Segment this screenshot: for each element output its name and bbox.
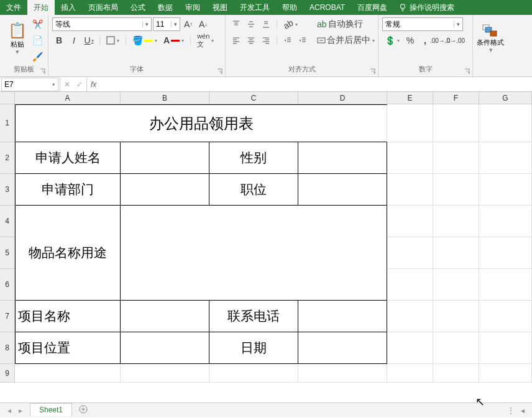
increase-indent-button[interactable] xyxy=(296,34,310,47)
cell-d9[interactable] xyxy=(298,364,387,383)
cell-b7[interactable] xyxy=(121,301,209,332)
align-left-button[interactable] xyxy=(229,34,243,47)
cell-b8[interactable] xyxy=(121,332,209,364)
cell-e3[interactable] xyxy=(387,174,433,206)
cell-a8[interactable]: 项目位置 xyxy=(15,332,121,364)
row-header-4[interactable]: 4 xyxy=(0,206,14,237)
font-size-combo[interactable]: 11 ▾ xyxy=(153,17,180,31)
sheet-nav-prev[interactable]: ◂ xyxy=(7,406,11,415)
align-center-button[interactable] xyxy=(244,34,258,47)
tab-view[interactable]: 视图 xyxy=(206,0,234,15)
sheet-nav-next[interactable]: ▸ xyxy=(19,406,22,415)
cell-e4[interactable] xyxy=(387,206,433,237)
cell-e1[interactable] xyxy=(387,104,433,142)
tab-home[interactable]: 开始 xyxy=(27,0,55,15)
cell-f3[interactable] xyxy=(433,174,479,206)
dialog-launcher-icon[interactable] xyxy=(216,68,224,75)
cell-f4[interactable] xyxy=(433,206,479,237)
conditional-formatting-button[interactable]: 条件格式 ▾ xyxy=(474,16,507,61)
align-bottom-button[interactable] xyxy=(259,17,273,31)
cell-d2[interactable] xyxy=(298,142,387,174)
cut-button[interactable]: ✂️ xyxy=(30,17,44,31)
tab-help[interactable]: 帮助 xyxy=(276,0,303,15)
cell-b9[interactable] xyxy=(121,364,209,383)
cell-a9[interactable] xyxy=(15,364,121,383)
col-header-f[interactable]: F xyxy=(433,92,479,104)
cell-e9[interactable] xyxy=(387,364,433,383)
align-right-button[interactable] xyxy=(259,34,273,47)
cell-c3[interactable]: 职位 xyxy=(209,174,298,206)
cell-f2[interactable] xyxy=(433,142,479,174)
decrease-indent-button[interactable] xyxy=(281,34,295,47)
cell-a7[interactable]: 项目名称 xyxy=(15,301,121,332)
tab-file[interactable]: 文件 xyxy=(0,0,27,15)
col-header-g[interactable]: G xyxy=(479,92,532,104)
dialog-launcher-icon[interactable] xyxy=(369,68,377,75)
fx-label[interactable]: fx xyxy=(86,78,96,91)
row-header-6[interactable]: 6 xyxy=(0,269,14,301)
cell-a3[interactable]: 申请部门 xyxy=(15,174,121,206)
cell-g8[interactable] xyxy=(479,332,532,364)
bold-button[interactable]: B xyxy=(52,34,66,47)
cell-d8[interactable] xyxy=(298,332,387,364)
new-sheet-button[interactable] xyxy=(72,404,94,416)
cancel-formula-button[interactable]: ✕ xyxy=(64,80,70,89)
cell-c9[interactable] xyxy=(209,364,298,383)
cell-f8[interactable] xyxy=(433,332,479,364)
row-header-5[interactable]: 5 xyxy=(0,237,14,269)
col-header-a[interactable]: A xyxy=(15,92,121,104)
select-all-corner[interactable] xyxy=(0,92,15,104)
cell-c2[interactable]: 性别 xyxy=(209,142,298,174)
copy-button[interactable]: 📄 xyxy=(30,34,44,47)
cell-g7[interactable] xyxy=(479,301,532,332)
row-header-3[interactable]: 3 xyxy=(0,174,14,206)
tab-data[interactable]: 数据 xyxy=(152,0,179,15)
tab-baidu[interactable]: 百度网盘 xyxy=(351,0,393,15)
dialog-launcher-icon[interactable] xyxy=(464,68,471,75)
paste-button[interactable]: 📋 粘贴 ▾ xyxy=(4,16,30,61)
cell-a2[interactable]: 申请人姓名 xyxy=(15,142,121,174)
cell-f6[interactable] xyxy=(433,269,479,301)
cell-g2[interactable] xyxy=(479,142,532,174)
decrease-font-button[interactable]: A↓ xyxy=(196,17,210,31)
tab-developer[interactable]: 开发工具 xyxy=(234,0,276,15)
decrease-decimal-button[interactable]: .0→.00 xyxy=(448,34,462,47)
col-header-d[interactable]: D xyxy=(298,92,387,104)
format-painter-button[interactable]: 🖌️ xyxy=(30,50,44,63)
number-format-combo[interactable]: 常规 ▾ xyxy=(382,17,463,31)
phonetic-button[interactable]: wén文▾ xyxy=(195,34,216,47)
tab-acrobat[interactable]: ACROBAT xyxy=(303,0,351,15)
cell-g3[interactable] xyxy=(479,174,532,206)
cell-g4[interactable] xyxy=(479,206,532,237)
underline-button[interactable]: U▾ xyxy=(82,34,96,47)
tell-me[interactable]: 操作说明搜索 xyxy=(393,0,459,15)
col-header-b[interactable]: B xyxy=(121,92,209,104)
cell-f7[interactable] xyxy=(433,301,479,332)
cell-g9[interactable] xyxy=(479,364,532,383)
cell-b2[interactable] xyxy=(121,142,209,174)
percent-button[interactable]: % xyxy=(403,34,417,47)
cell-c8[interactable]: 日期 xyxy=(209,332,298,364)
cell-g6[interactable] xyxy=(479,269,532,301)
cell-c7[interactable]: 联系电话 xyxy=(209,301,298,332)
cell-d7[interactable] xyxy=(298,301,387,332)
merge-center-button[interactable]: 合并后居中 ▾ xyxy=(314,34,383,47)
font-color-button[interactable]: A ▾ xyxy=(161,34,186,47)
border-button[interactable]: ▾ xyxy=(104,34,122,47)
orientation-button[interactable]: ab▾ xyxy=(281,17,300,31)
tab-page-layout[interactable]: 页面布局 xyxy=(82,0,124,15)
italic-button[interactable]: I xyxy=(67,34,81,47)
cell-f5[interactable] xyxy=(433,237,479,269)
font-name-combo[interactable]: 等线 ▾ xyxy=(52,17,152,31)
fill-color-button[interactable]: 🪣 ▾ xyxy=(130,34,160,47)
cell-e7[interactable] xyxy=(387,301,433,332)
row-header-2[interactable]: 2 xyxy=(0,142,14,174)
sheet-tab-sheet1[interactable]: Sheet1 xyxy=(30,403,72,416)
cell-e6[interactable] xyxy=(387,269,433,301)
align-middle-button[interactable] xyxy=(244,17,258,31)
cell-f9[interactable] xyxy=(433,364,479,383)
cell-b3[interactable] xyxy=(121,174,209,206)
cell-g5[interactable] xyxy=(479,237,532,269)
tab-insert[interactable]: 插入 xyxy=(55,0,82,15)
row-header-8[interactable]: 8 xyxy=(0,332,14,364)
